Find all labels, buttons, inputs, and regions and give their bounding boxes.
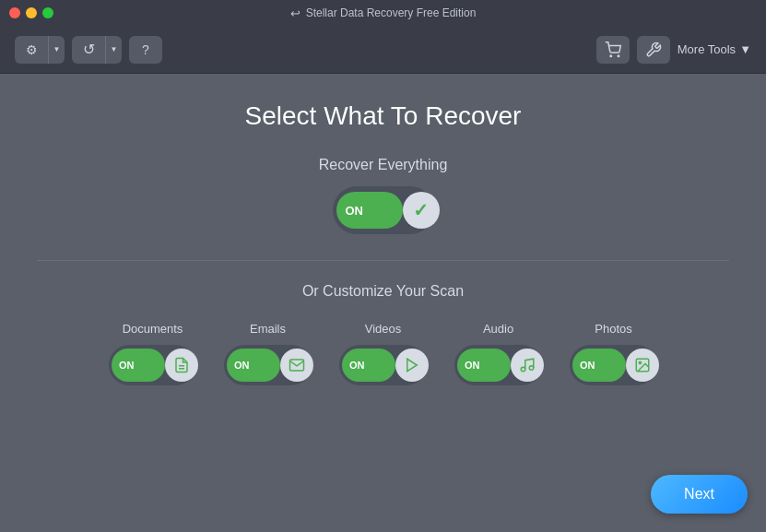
photos-toggle[interactable]: ON [570,345,657,385]
recover-everything-section: Recover Everything ON ✓ [319,157,448,234]
audio-icon [511,349,544,382]
photos-track: ON [572,349,626,382]
category-audio-label: Audio [483,322,513,336]
audio-toggle[interactable]: ON [454,345,542,385]
category-videos: Videos ON [339,322,427,385]
videos-track: ON [342,349,395,382]
cart-button[interactable] [596,36,630,64]
settings-dropdown-arrow[interactable]: ▼ [48,36,65,64]
history-group[interactable]: ↺ ▼ [72,36,122,64]
more-tools-label: More Tools [678,42,736,56]
next-button[interactable]: Next [651,475,748,514]
svg-point-8 [639,361,641,363]
titlebar-title-area: ↩ Stellar Data Recovery Free Edition [290,6,477,20]
toggle-checkmark: ✓ [413,199,429,221]
toolbar-right: More Tools ▼ [596,36,751,64]
more-tools-arrow: ▼ [739,42,751,56]
category-audio: Audio ON [454,322,542,385]
svg-point-0 [610,55,612,57]
audio-track: ON [457,349,511,382]
toolbar-left: ⚙ ▼ ↺ ▼ ? [15,36,162,64]
category-emails: Emails ON [224,322,312,385]
emails-track: ON [227,349,280,382]
category-documents-label: Documents [123,322,183,336]
traffic-lights [9,7,53,18]
videos-toggle[interactable]: ON [339,345,427,385]
videos-icon [395,349,429,382]
customize-label: Or Customize Your Scan [302,283,464,300]
documents-icon [165,349,198,382]
svg-point-6 [529,366,534,371]
emails-toggle[interactable]: ON [224,345,312,385]
main-content: Select What To Recover Recover Everythin… [0,74,766,404]
close-button[interactable] [9,7,20,18]
photos-icon [626,349,659,382]
toggle-on-text: ON [346,204,364,218]
categories-list: Documents ON Emails [37,322,729,385]
titlebar-title: Stellar Data Recovery Free Edition [306,6,477,19]
help-button[interactable]: ? [129,36,162,64]
settings-group[interactable]: ⚙ ▼ [15,36,65,64]
category-photos: Photos ON [570,322,657,385]
titlebar-back-icon: ↩ [290,6,301,20]
category-videos-label: Videos [365,322,402,336]
emails-icon [280,349,313,382]
page-title: Select What To Recover [245,101,522,131]
maximize-button[interactable] [42,7,53,18]
titlebar: ↩ Stellar Data Recovery Free Edition [0,0,766,26]
more-tools-button[interactable]: More Tools ▼ [678,42,751,56]
toggle-track: ON [336,192,403,229]
minimize-button[interactable] [26,7,37,18]
documents-track: ON [112,349,165,382]
recover-everything-label: Recover Everything [319,157,448,173]
svg-point-5 [521,367,525,372]
section-divider [37,260,729,261]
settings-button[interactable]: ⚙ [15,36,48,64]
svg-marker-4 [407,359,418,372]
toolbar: ⚙ ▼ ↺ ▼ ? More [0,26,766,74]
category-photos-label: Photos [595,322,631,336]
category-documents: Documents ON [109,322,196,385]
history-dropdown-arrow[interactable]: ▼ [105,36,122,64]
history-button[interactable]: ↺ [72,36,105,64]
toggle-thumb: ✓ [403,192,440,229]
documents-toggle[interactable]: ON [109,345,196,385]
svg-point-1 [618,55,619,57]
recover-everything-toggle[interactable]: ON ✓ [333,186,434,234]
wrench-button[interactable] [637,36,670,64]
category-emails-label: Emails [250,322,286,336]
